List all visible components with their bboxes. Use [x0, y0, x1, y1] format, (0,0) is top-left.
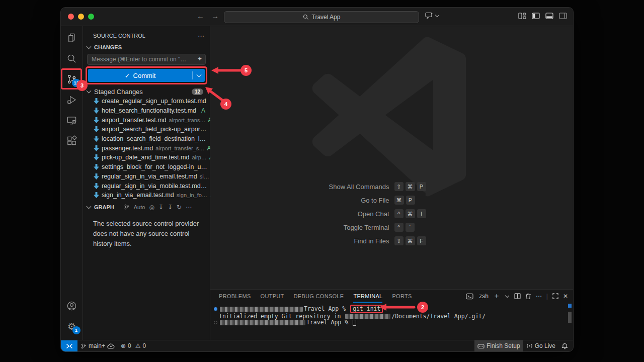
markdown-test-file-icon [94, 117, 99, 123]
tab-ports[interactable]: PORTS [392, 290, 412, 303]
list-item[interactable]: airport_search_field_pick-up_airpor… A [83, 125, 210, 134]
history-back-icon[interactable]: ← [197, 12, 204, 20]
settings-button[interactable]: ⚙ 1 [61, 316, 83, 337]
tab-problems[interactable]: PROBLEMS [219, 290, 251, 303]
desktop-background: ← → Travel App [0, 0, 644, 362]
go-live-button[interactable]: Go Live [523, 340, 558, 351]
bottom-panel: PROBLEMS OUTPUT DEBUG CONSOLE TERMINAL P… [210, 289, 573, 340]
terminal-prompt: Travel App % [304, 306, 349, 312]
terminal-icon [466, 293, 473, 300]
branch-name: main+ [89, 342, 105, 349]
markdown-test-file-icon [94, 136, 99, 142]
list-item[interactable]: create_regular_sign_up_form.test.md A [83, 97, 210, 106]
keycap: ^ [394, 223, 404, 232]
list-item[interactable]: airport_transfer.test.md airport_trans… … [83, 115, 210, 125]
keycap: ⌘ [406, 182, 415, 191]
toggle-secondary-sidebar-button[interactable] [559, 13, 567, 19]
pull-alt-icon[interactable]: ↧ [168, 204, 173, 211]
terminal-command: git init [353, 305, 380, 312]
new-terminal-button[interactable]: ＋ [493, 292, 500, 301]
commit-message-input[interactable] [87, 54, 206, 65]
more-actions-icon[interactable]: ⋯ [198, 32, 205, 40]
chevron-down-icon [87, 44, 92, 49]
warning-icon: ⚠ [135, 342, 141, 349]
broadcast-icon [526, 343, 533, 349]
sidebar-item-run-debug[interactable] [61, 89, 83, 110]
list-item[interactable]: hotel_search_functionality.test.md A [83, 106, 210, 116]
keycap: ⌘ [406, 209, 415, 218]
close-window-button[interactable] [68, 14, 74, 20]
keycap: P [417, 182, 426, 191]
terminal-scrollbar[interactable] [568, 312, 572, 323]
commit-button[interactable]: ✓ Commit [88, 69, 205, 82]
target-icon[interactable]: ◎ [149, 204, 154, 211]
list-item[interactable]: sign_in_via_email.test.md sign_in_fo… A [83, 191, 210, 200]
close-panel-icon[interactable]: ✕ [563, 293, 568, 300]
markdown-test-file-icon [94, 173, 99, 179]
zoom-window-button[interactable] [88, 14, 94, 20]
tab-output[interactable]: OUTPUT [261, 290, 284, 303]
list-item[interactable]: regular_sign_in_via_email.test.md si… A [83, 172, 210, 182]
account-button[interactable] [61, 296, 83, 316]
annotation-step-2: 2 [417, 302, 428, 313]
graph-auto-label[interactable]: Auto [134, 204, 145, 210]
graph-section-header[interactable]: GRAPH Auto ◎ ↧ ↧ ↻ ⋯ [83, 202, 210, 213]
list-item[interactable]: pick-up_date_and_time.test.md airp… A [83, 153, 210, 162]
chevron-down-icon[interactable] [505, 293, 509, 297]
notifications-button[interactable] [558, 340, 573, 351]
tab-terminal[interactable]: TERMINAL [353, 290, 382, 303]
branch-icon [124, 204, 130, 210]
keycap: ^ [394, 209, 404, 218]
refresh-icon[interactable]: ↻ [177, 204, 182, 211]
split-terminal-icon[interactable] [514, 293, 521, 299]
commit-dropdown-button[interactable] [193, 74, 205, 76]
copilot-robot-icon [477, 343, 485, 349]
tab-debug-console[interactable]: DEBUG CONSOLE [294, 290, 344, 303]
pull-icon[interactable]: ↧ [158, 204, 164, 211]
list-item[interactable]: location_search_field_destination_l… A [83, 134, 210, 144]
finish-setup-button[interactable]: Finish Setup [474, 340, 523, 351]
finish-setup-label: Finish Setup [487, 342, 520, 349]
shell-label[interactable]: zsh [479, 293, 489, 300]
staged-changes-header[interactable]: Staged Changes 12 [83, 86, 210, 97]
sidebar-item-extensions[interactable] [61, 131, 83, 151]
sidebar-item-explorer[interactable] [61, 28, 83, 48]
graph-empty-message: The selected source control provider doe… [83, 213, 210, 249]
changes-section-header[interactable]: CHANGES [83, 42, 210, 53]
sidebar-item-search[interactable] [61, 48, 83, 69]
sparkle-icon[interactable]: ✦ [197, 55, 202, 62]
remote-explorer-icon [66, 115, 77, 126]
title-bar: ← → Travel App [61, 8, 573, 26]
more-actions-icon[interactable]: ⋯ [536, 293, 542, 300]
branch-status-item[interactable]: main+ [77, 340, 118, 351]
editor-area: Show All Commands ⇧ ⌘ P Go to File ⌘ [210, 26, 573, 289]
list-item[interactable]: settings_block_for_not_logged-in_u… A [83, 162, 210, 172]
list-item[interactable]: regular_sign_in_via_mobile.test.md… A [83, 181, 210, 191]
sidebar-right-icon [559, 13, 567, 19]
run-debug-icon [66, 94, 77, 106]
minimize-window-button[interactable] [78, 14, 84, 20]
annotation-step-5: 5 [240, 65, 252, 76]
history-forward-icon[interactable]: → [211, 12, 219, 20]
go-live-label: Go Live [535, 342, 555, 349]
toggle-primary-sidebar-button[interactable] [532, 13, 540, 19]
list-item[interactable]: passenger.test.md airport_transfer_s… A [83, 143, 210, 153]
more-actions-icon[interactable]: ⋯ [186, 204, 192, 211]
command-center-search[interactable]: Travel App [224, 11, 419, 23]
changes-section-label: CHANGES [94, 44, 122, 50]
traffic-lights [68, 14, 94, 20]
maximize-panel-icon[interactable] [552, 293, 558, 299]
problems-status-item[interactable]: ⊗ 0 ⚠ 0 [118, 340, 149, 351]
toggle-panel-button[interactable] [545, 13, 553, 19]
remote-indicator[interactable] [61, 340, 77, 351]
keycap: I [417, 209, 426, 218]
graph-section-label: GRAPH [94, 204, 114, 210]
copilot-chat-button[interactable] [425, 12, 440, 19]
sidebar-item-remote-explorer[interactable] [61, 110, 83, 131]
terminal-content: Travel App % git init Initialized empty … [210, 303, 573, 326]
explorer-icon [66, 32, 77, 44]
redacted-text [345, 314, 390, 319]
trash-icon[interactable] [525, 293, 531, 300]
activity-bar: 12 [61, 26, 83, 340]
customize-layout-button[interactable] [518, 13, 526, 19]
